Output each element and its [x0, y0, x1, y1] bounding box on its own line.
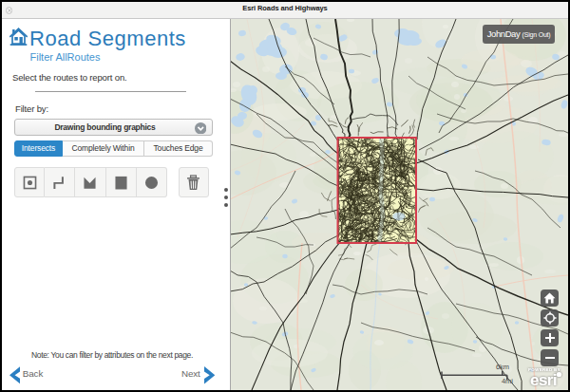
- svg-text:esri: esri: [530, 371, 557, 389]
- svg-text:6km: 6km: [496, 363, 509, 371]
- svg-text:4mi: 4mi: [502, 377, 513, 385]
